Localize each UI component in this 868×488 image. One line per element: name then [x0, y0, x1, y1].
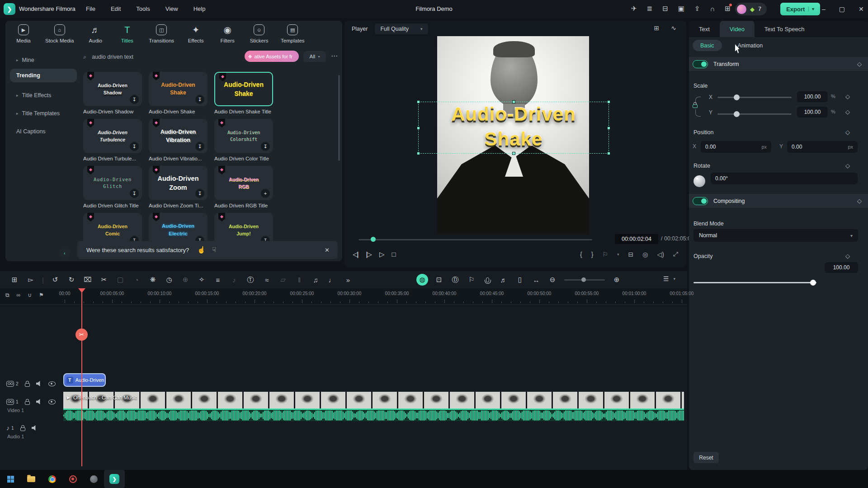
template-tile[interactable]: ◆Audio-DrivenColorshift↧ — [214, 119, 273, 153]
lock-icon[interactable] — [25, 401, 30, 405]
app-icon[interactable] — [83, 470, 104, 488]
filmora-taskbar-icon[interactable]: ❯ — [104, 470, 125, 488]
handle-mid-right[interactable] — [607, 127, 610, 130]
template-tile[interactable]: ◆Audio-DrivenShake — [214, 72, 273, 106]
menu-edit[interactable]: Edit — [111, 5, 121, 12]
tab-media[interactable]: ▶Media — [14, 24, 33, 43]
split-view-icon[interactable]: ⊞ — [654, 24, 660, 32]
handle-top-center[interactable] — [512, 100, 515, 103]
compositing-toggle[interactable] — [693, 197, 708, 205]
crop-icon[interactable]: ▢ — [112, 276, 128, 284]
template-tile[interactable]: ◆Audio-DrivenTurbulence↧ — [83, 119, 142, 153]
seek-track[interactable] — [359, 239, 592, 240]
redo-icon[interactable]: ↻ — [63, 276, 80, 284]
scale-y-value[interactable]: 100.00 — [797, 107, 828, 117]
filter-dropdown[interactable]: All ▾ — [303, 51, 326, 62]
playhead-line[interactable] — [81, 288, 82, 466]
text-tool-icon[interactable]: Ⓣ — [242, 276, 259, 284]
menu-file[interactable]: File — [86, 5, 95, 12]
next-frame-button[interactable]: |▷ — [366, 250, 371, 258]
add-icon[interactable]: + — [261, 189, 270, 198]
record-app-icon[interactable] — [62, 470, 83, 488]
keyframe-diamond-icon[interactable]: ◇ — [857, 61, 862, 67]
speed-ramp-icon[interactable]: ◷ — [161, 276, 177, 284]
mark-in-icon[interactable]: { — [580, 251, 582, 258]
download-icon[interactable]: ↧ — [195, 142, 204, 151]
video-clip-filmstrip[interactable] — [63, 392, 684, 408]
stop-button[interactable]: □ — [392, 250, 395, 258]
track-manager[interactable]: ☰ ▾ — [663, 275, 675, 282]
download-icon[interactable]: ↧ — [195, 95, 204, 104]
voice-effect-icon[interactable]: ≈ — [259, 276, 275, 284]
keyframe-diamond-icon[interactable]: ◇ — [845, 93, 850, 100]
keyframe-diamond-icon[interactable]: ◇ — [845, 162, 850, 169]
tab-templates[interactable]: ▤Templates — [281, 24, 304, 43]
download-icon[interactable]: ↧ — [261, 142, 270, 151]
export-button[interactable]: Export ▾ — [780, 3, 820, 15]
previous-frame-button[interactable]: ◁| — [353, 250, 358, 258]
thumbs-up-button[interactable]: ☝ — [197, 246, 206, 254]
freeze-frame-icon[interactable]: ‖ — [291, 276, 307, 284]
start-button[interactable] — [0, 470, 21, 488]
template-tile[interactable]: ◆Audio-DrivenRGB+ — [214, 166, 273, 200]
magnet-icon[interactable]: ∪ — [28, 292, 32, 298]
zoom-out-icon[interactable]: ⊖ — [544, 276, 561, 284]
handle-top-left[interactable] — [417, 100, 420, 103]
scopes-icon[interactable]: ∿ — [671, 24, 676, 32]
feedback-close-button[interactable]: ✕ — [325, 247, 330, 253]
panel-collapse-button[interactable]: ‹ — [60, 249, 70, 257]
chevron-down-icon[interactable]: ▾ — [673, 277, 675, 282]
file-explorer-icon[interactable] — [21, 470, 42, 488]
apps-grid-icon[interactable]: ⊞ — [725, 5, 731, 13]
template-tile[interactable]: ◆Audio-DrivenVibration↧ — [149, 119, 208, 153]
split-scissors-icon[interactable]: ✂ — [96, 276, 112, 284]
account-pill[interactable]: ◆ 7 — [735, 3, 767, 15]
tab-text-to-speech[interactable]: Text To Speech — [755, 21, 815, 37]
snapshot-camera-icon[interactable]: ◎ — [642, 251, 648, 258]
track-list-icon[interactable]: ☰ — [663, 275, 669, 282]
menu-help[interactable]: Help — [193, 5, 206, 12]
support-headset-icon[interactable]: ∩ — [710, 5, 715, 13]
blend-mode-dropdown[interactable]: Normal ▾ — [693, 229, 858, 242]
more-options-button[interactable]: ⋯ — [331, 52, 338, 60]
sidebar-item-mine[interactable]: ▸Mine — [10, 53, 77, 67]
reset-button[interactable]: Reset — [693, 452, 719, 463]
marker-chevron-icon[interactable]: ▾ — [617, 252, 619, 257]
template-tile[interactable]: ◆Audio-DrivenShake↧ — [149, 72, 208, 106]
handle-bottom-center[interactable] — [512, 152, 515, 155]
opacity-slider[interactable] — [693, 282, 816, 283]
avatar[interactable] — [737, 5, 746, 14]
promo-banner[interactable]: ◆ ative Assets for fr — [245, 51, 299, 62]
sidebar-item-trending[interactable]: Trending — [10, 69, 77, 82]
audio-tool-icon[interactable]: ♫ — [307, 276, 324, 284]
opacity-knob[interactable] — [810, 280, 816, 286]
fit-timeline-icon[interactable]: ↔ — [528, 276, 544, 284]
close-button[interactable]: ✕ — [859, 5, 864, 13]
handle-top-right[interactable] — [607, 100, 610, 103]
scale-link-lock-icon[interactable] — [693, 102, 698, 108]
layout-grid-icon[interactable]: ⊞ — [6, 276, 23, 284]
playhead-split-button[interactable]: ✂ — [75, 328, 88, 341]
speaker-icon[interactable] — [36, 399, 42, 404]
mute-speaker-icon[interactable]: ◁) — [657, 251, 664, 258]
marker-flag-icon[interactable]: ⚐ — [463, 276, 480, 284]
chrome-icon[interactable] — [42, 470, 62, 488]
sidebar-item-title-effects[interactable]: ▸Title Effects — [10, 89, 77, 102]
speaker-icon[interactable] — [36, 381, 42, 386]
adjustment-icon[interactable]: ≡ — [210, 276, 226, 284]
maximize-button[interactable]: ▢ — [839, 5, 845, 13]
grid-scrollbar[interactable] — [338, 75, 340, 161]
menu-tools[interactable]: Tools — [136, 5, 150, 12]
preview-render-icon[interactable]: Ⓓ — [447, 276, 463, 284]
tab-effects[interactable]: ✦Effects — [186, 24, 206, 43]
transform-toggle[interactable] — [693, 60, 708, 68]
eye-icon[interactable] — [48, 381, 56, 386]
handle-bottom-left[interactable] — [417, 152, 420, 155]
quality-dropdown[interactable]: Full Quality ▾ — [375, 23, 428, 34]
template-tile[interactable]: ◆Audio-DrivenShadow↧ — [83, 72, 142, 106]
screen-record-icon[interactable]: ⊡ — [431, 276, 447, 284]
sidebar-item-title-templates[interactable]: ▸Title Templates — [10, 107, 77, 120]
minimize-button[interactable]: – — [822, 5, 826, 13]
scale-y-knob[interactable] — [734, 111, 740, 117]
tab-audio[interactable]: ♬Audio — [85, 24, 105, 43]
